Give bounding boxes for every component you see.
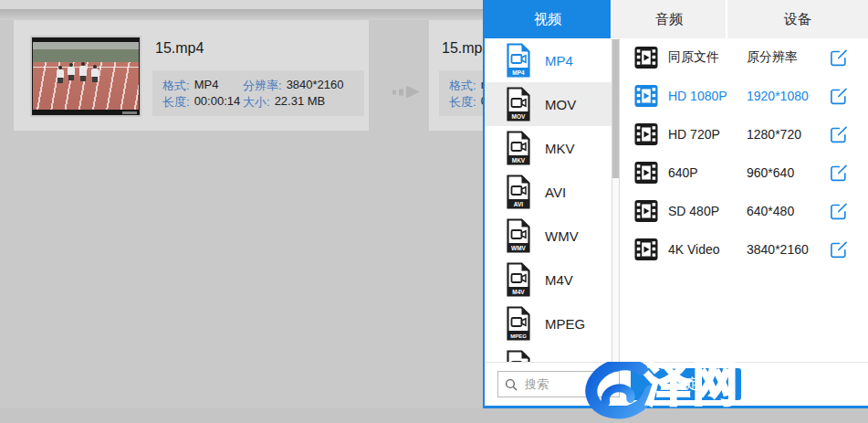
edit-preset-button[interactable] [830,240,848,259]
person-figure [57,69,64,78]
watermark-brand-text: 泽网 [645,359,740,409]
svg-text:WMV: WMV [511,245,527,251]
format-item-mkv[interactable]: MKV MKV [485,126,612,170]
preset-item-4k[interactable]: 4K Video 3840*2160 [620,230,868,269]
file-video-icon: MPEG [506,306,531,341]
format-item-label: MPEG [545,316,585,332]
footer-strip [0,408,868,423]
filmstrip-play-icon [634,238,658,261]
source-filename: 15.mp4 [155,40,204,57]
edit-pencil-icon [830,164,848,182]
thumbnail-scene [33,42,139,110]
svg-text:AVI: AVI [514,201,524,207]
watermark-slogan-text: 十年沉淀网站服务经验! [740,387,868,404]
tab-device[interactable]: 设备 [727,0,868,38]
svg-text:MOV: MOV [512,113,526,120]
format-item-mpeg[interactable]: MPEG MPEG [485,301,612,345]
preset-resolution: 1280*720 [747,127,830,142]
filmstrip-play-icon [634,199,658,223]
edit-preset-button[interactable] [830,125,848,143]
preset-name: HD 1080P [668,89,747,103]
filmstrip-play-icon [634,46,658,69]
preset-item-640p[interactable]: 640P 960*640 [620,153,868,192]
preset-list: 同原文件 原分辨率 HD 1080P 1920*1080 HD 720P 128… [620,38,868,363]
edit-pencil-icon [830,240,848,259]
person-figure [68,67,75,75]
thumbnail-watermark [122,111,137,114]
person-figure [79,66,87,76]
filmstrip-play-icon [634,161,658,185]
preset-item-original[interactable]: 同原文件 原分辨率 [620,38,868,77]
file-video-icon: MKV [506,131,531,165]
edit-pencil-icon [830,202,848,220]
tab-video[interactable]: 视频 [485,0,612,38]
preset-resolution: 960*640 [747,165,830,180]
duration-value: 00:00:14 [194,94,241,111]
file-video-icon: AVI [506,174,531,209]
format-label: 格式: [162,78,190,94]
filmstrip-play-icon [634,122,658,146]
duration-label: 长度: [162,94,190,111]
file-video-icon: WMV [506,218,531,253]
resolution-value: 3840*2160 [287,78,344,94]
size-value: 22.31 MB [275,94,326,111]
format-label: 格式: [449,78,476,94]
preset-item-hd1080p[interactable]: HD 1080P 1920*1080 [620,77,868,115]
format-list: MP4 MP4 MOV MOV MKV MKV [485,38,612,363]
preset-resolution: 1920*1080 [747,89,830,103]
preset-name: 同原文件 [668,49,747,66]
edit-preset-button[interactable] [830,48,848,67]
format-item-mp4[interactable]: MP4 MP4 [485,38,612,82]
format-list-scrollbar[interactable] [612,38,620,363]
edit-preset-button[interactable] [830,202,848,220]
video-thumbnail [30,36,141,117]
file-video-icon: MOV [506,87,531,122]
resolution-label: 分辨率: [243,78,282,94]
format-item-wmv[interactable]: WMV WMV [485,214,612,258]
app-window: 15.mp4 格式: MP4 分辨率: 3840*2160 长度: 00:00:… [0,0,868,423]
output-format-popup: 视频 音频 设备 MP4 MP4 MOV MOV [483,0,868,408]
edit-preset-button[interactable] [830,164,848,182]
preset-name: HD 720P [668,127,747,142]
preset-item-hd720p[interactable]: HD 720P 1280*720 [620,115,868,153]
search-icon [505,378,518,391]
file-video-icon [506,350,531,363]
source-file-card[interactable]: 15.mp4 格式: MP4 分辨率: 3840*2160 长度: 00:00:… [14,20,369,131]
filmstrip-play-icon [634,84,658,108]
format-value: MP4 [194,78,219,94]
format-item-label: MOV [545,97,576,112]
size-label: 大小: [243,94,270,111]
format-item-label: AVI [545,185,566,200]
svg-text:MKV: MKV [512,157,526,164]
format-item-partial[interactable] [485,345,612,363]
format-item-label: MKV [545,141,575,156]
preset-name: SD 480P [668,204,747,218]
format-item-label: WMV [545,228,579,244]
file-video-icon: M4V [506,262,531,297]
preset-resolution: 原分辨率 [747,49,830,66]
edit-pencil-icon [830,48,848,67]
duration-label: 长度: [449,94,476,111]
preset-name: 640P [668,165,747,180]
convert-arrow-icon [392,83,425,100]
preset-name: 4K Video [668,242,747,257]
file-video-icon: MP4 [506,43,531,78]
preset-item-sd480p[interactable]: SD 480P 640*480 [620,192,868,230]
edit-preset-button[interactable] [830,87,848,105]
format-item-mov[interactable]: MOV MOV [485,82,612,126]
svg-text:M4V: M4V [512,289,525,295]
format-item-label: M4V [545,272,573,288]
svg-text:MP4: MP4 [512,69,525,76]
popup-tab-bar: 视频 音频 设备 [485,0,868,38]
preset-resolution: 3840*2160 [747,242,830,257]
edit-pencil-icon [830,125,848,143]
svg-text:MPEG: MPEG [510,333,527,339]
scrollbar-thumb[interactable] [612,39,619,178]
format-item-label: MP4 [545,53,573,69]
format-item-m4v[interactable]: M4V M4V [485,258,612,301]
format-item-avi[interactable]: AVI AVI [485,170,612,214]
preset-resolution: 640*480 [747,204,830,218]
tab-audio[interactable]: 音频 [612,0,727,38]
source-info-box: 格式: MP4 分辨率: 3840*2160 长度: 00:00:14 大小: … [152,70,364,116]
person-figure [91,69,99,77]
